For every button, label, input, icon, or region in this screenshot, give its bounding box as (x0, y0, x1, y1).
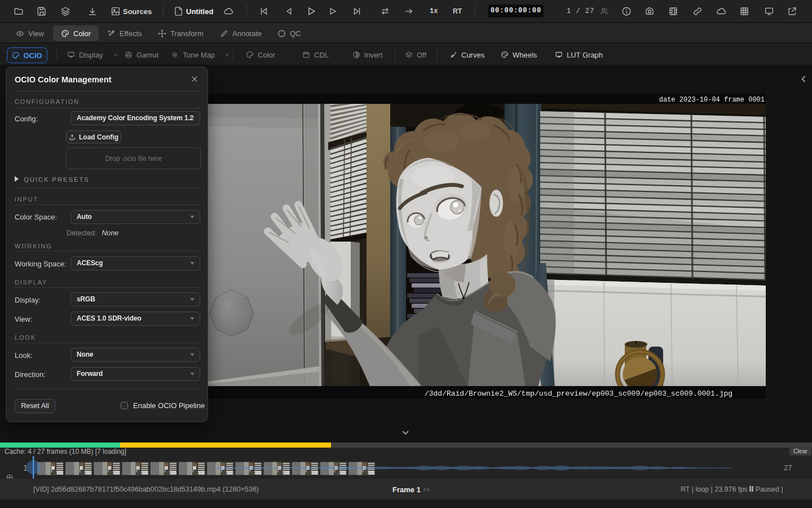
svg-text:date 2023-10-04 frame 0001: date 2023-10-04 frame 0001 (659, 96, 765, 104)
svg-text:27: 27 (784, 463, 792, 472)
svg-text:/3dd/Raid/Brownie2_WS/tmp/usd_: /3dd/Raid/Brownie2_WS/tmp/usd_preview/ep… (425, 389, 732, 398)
